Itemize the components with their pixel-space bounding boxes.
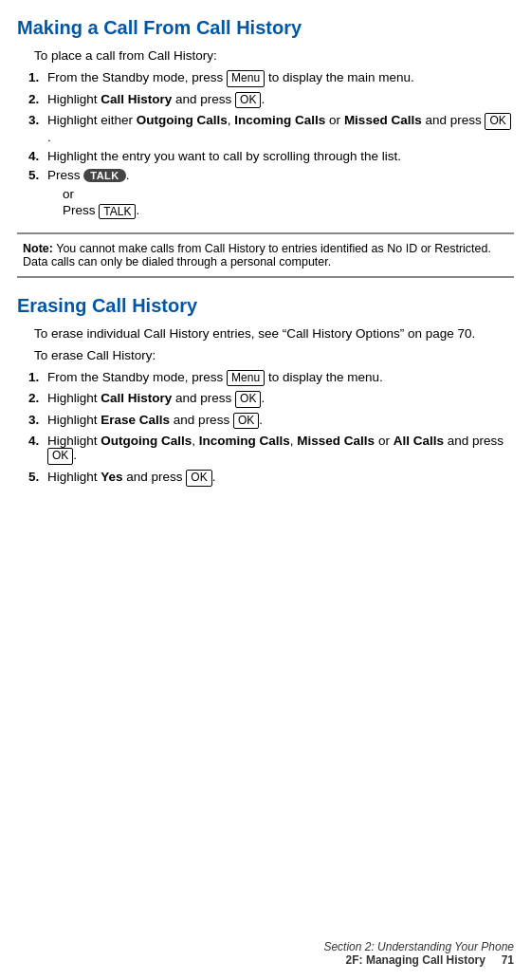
- step-2: 2. Highlight Call History and press OK.: [28, 92, 514, 109]
- talk-button-filled: TALK: [83, 169, 126, 182]
- footer-line2: 2F: Managing Call History 71: [323, 953, 514, 967]
- step-1: 1. From the Standby mode, press Menu to …: [28, 70, 514, 87]
- step-2-num: 2.: [28, 92, 46, 106]
- s2-step-3-content: Highlight Erase Calls and press OK.: [47, 413, 514, 430]
- section2-intro2: To erase Call History:: [34, 348, 514, 362]
- s2-step-2-num: 2.: [28, 391, 46, 405]
- ok-button-2: OK: [235, 92, 261, 109]
- section2-intro1: To erase individual Call History entries…: [34, 326, 514, 341]
- section1-title: Making a Call From Call History: [17, 17, 514, 39]
- step-4-num: 4.: [28, 149, 46, 163]
- page: Making a Call From Call History To place…: [0, 0, 531, 980]
- footer-page-num: 71: [502, 953, 514, 967]
- s2-step-5-content: Highlight Yes and press OK.: [47, 470, 514, 487]
- s2-step-1-num: 1.: [28, 370, 46, 384]
- s2-step-1-content: From the Standby mode, press Menu to dis…: [47, 370, 514, 387]
- ok-button-s2-5: OK: [186, 470, 211, 487]
- or-label: or: [63, 187, 514, 201]
- s2-step-4: 4. Highlight Outgoing Calls, Incoming Ca…: [28, 434, 514, 465]
- s2-step-5-num: 5.: [28, 470, 46, 484]
- ok-button-s2-2: OK: [235, 391, 261, 408]
- step-4-content: Highlight the entry you want to call by …: [47, 149, 514, 163]
- press-talk-line: Press TALK.: [63, 203, 514, 218]
- step-1-num: 1.: [28, 70, 46, 84]
- menu-button-1: Menu: [227, 70, 265, 87]
- s2-step-2-content: Highlight Call History and press OK.: [47, 391, 514, 408]
- footer-section-label: 2F: Managing Call History: [346, 953, 485, 967]
- step-3-num: 3.: [28, 113, 46, 127]
- s2-step-4-content: Highlight Outgoing Calls, Incoming Calls…: [47, 434, 514, 465]
- ok-button-s2-4: OK: [47, 448, 73, 465]
- section1-steps: 1. From the Standby mode, press Menu to …: [28, 70, 514, 219]
- step-3: 3. Highlight either Outgoing Calls, Inco…: [28, 113, 514, 144]
- step-5-num: 5.: [28, 168, 46, 182]
- step-1-content: From the Standby mode, press Menu to dis…: [47, 70, 514, 87]
- s2-step-4-num: 4.: [28, 434, 46, 448]
- section2-steps: 1. From the Standby mode, press Menu to …: [28, 370, 514, 487]
- footer-line1: Section 2: Understanding Your Phone: [323, 940, 514, 953]
- note-box: Note: You cannot make calls from Call Hi…: [17, 232, 514, 278]
- note-text: You cannot make calls from Call History …: [23, 242, 491, 268]
- step-2-content: Highlight Call History and press OK.: [47, 92, 514, 109]
- menu-button-s2-1: Menu: [227, 370, 265, 387]
- s2-step-5: 5. Highlight Yes and press OK.: [28, 470, 514, 487]
- s2-step-3-num: 3.: [28, 413, 46, 427]
- page-footer: Section 2: Understanding Your Phone 2F: …: [323, 940, 514, 967]
- section1-intro: To place a call from Call History:: [34, 48, 514, 63]
- note-label: Note:: [23, 242, 53, 255]
- step-5-content: Press TALK.: [47, 168, 514, 182]
- s2-step-2: 2. Highlight Call History and press OK.: [28, 391, 514, 408]
- step-3-content: Highlight either Outgoing Calls, Incomin…: [47, 113, 514, 144]
- ok-button-3: OK: [485, 113, 510, 130]
- step-4: 4. Highlight the entry you want to call …: [28, 149, 514, 163]
- s2-step-1: 1. From the Standby mode, press Menu to …: [28, 370, 514, 387]
- ok-button-s2-3: OK: [233, 413, 259, 430]
- section2-title: Erasing Call History: [17, 295, 514, 317]
- s2-step-3: 3. Highlight Erase Calls and press OK.: [28, 413, 514, 430]
- talk-button-outline: TALK: [99, 204, 136, 219]
- step-5: 5. Press TALK.: [28, 168, 514, 182]
